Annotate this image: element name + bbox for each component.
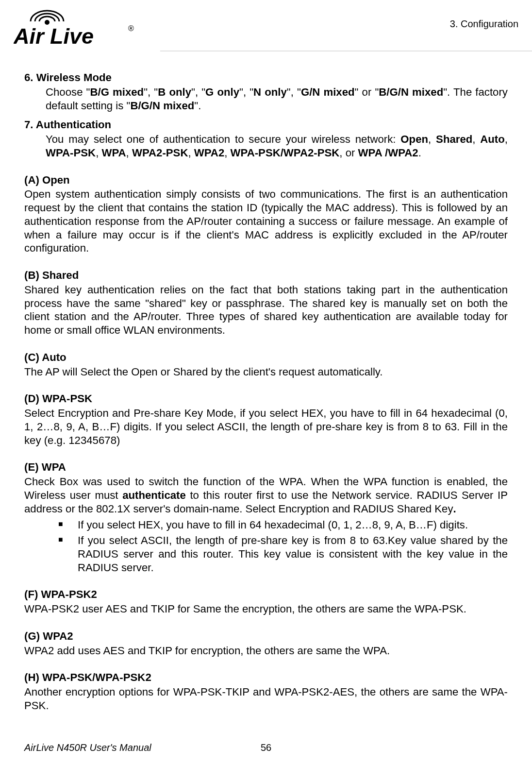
section-heading-d: (D) WPA-PSK: [24, 392, 508, 406]
page-footer: AirLive N450R User's Manual 56: [0, 742, 532, 753]
svg-text:Air Live: Air Live: [14, 24, 94, 49]
section-body-a: Open system authentication simply consis…: [24, 187, 508, 255]
section-heading-f: (F) WPA-PSK2: [24, 588, 508, 601]
item-body: You may select one of authentication to …: [46, 133, 508, 160]
section-body-d: Select Encryption and Pre-share Key Mode…: [24, 407, 508, 447]
section-body-b: Shared key authentication relies on the …: [24, 283, 508, 337]
item-number: 6.: [24, 71, 33, 84]
section-body-h: Another encryption options for WPA-PSK-T…: [24, 685, 508, 713]
section-body-f: WPA-PSK2 user AES and TKIP for Same the …: [24, 602, 508, 616]
section-body-g: WPA2 add uses AES and TKIP for encryptio…: [24, 644, 508, 658]
list-item: If you select HEX, you have to fill in 6…: [58, 518, 508, 532]
page-header: Air Live ® 3. Configuration: [0, 0, 532, 49]
section-heading-g: (G) WPA2: [24, 629, 508, 643]
breadcrumb: 3. Configuration: [450, 10, 518, 30]
section-heading-c: (C) Auto: [24, 351, 508, 364]
item-number: 7.: [24, 119, 33, 131]
section-heading-b: (B) Shared: [24, 269, 508, 282]
footer-page-number: 56: [261, 742, 271, 753]
section-heading-h: (H) WPA-PSK/WPA-PSK2: [24, 671, 508, 684]
item-title: Wireless Mode: [36, 71, 112, 84]
list-item-6: 6. Wireless Mode Choose "B/G mixed", "B …: [24, 71, 508, 112]
section-body-e: Check Box was used to switch the functio…: [24, 475, 508, 515]
item-body: Choose "B/G mixed", "B only", "G only", …: [46, 85, 508, 113]
list-item-7: 7. Authentication You may select one of …: [24, 118, 508, 159]
brand-logo: Air Live ®: [14, 10, 150, 49]
svg-text:®: ®: [128, 24, 134, 33]
section-heading-e: (E) WPA: [24, 460, 508, 474]
footer-manual-title: AirLive N450R User's Manual: [24, 742, 151, 753]
item-title: Authentication: [36, 119, 111, 131]
list-item: If you select ASCII, the length of pre-s…: [58, 534, 508, 574]
bullet-list-e: If you select HEX, you have to fill in 6…: [24, 518, 508, 574]
section-body-c: The AP will Select the Open or Shared by…: [24, 365, 508, 379]
section-heading-a: (A) Open: [24, 173, 508, 187]
airlive-logo-icon: Air Live ®: [14, 10, 150, 49]
document-body: 6. Wireless Mode Choose "B/G mixed", "B …: [0, 51, 532, 713]
